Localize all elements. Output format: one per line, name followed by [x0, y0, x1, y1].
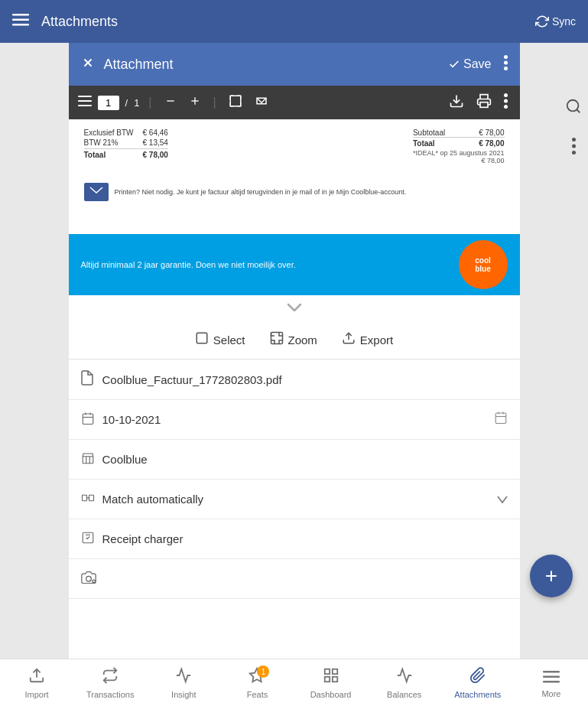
- nav-item-balances[interactable]: Balances: [368, 659, 441, 706]
- hamburger-icon[interactable]: [12, 14, 29, 29]
- page-separator: /: [125, 97, 128, 109]
- file-icon: [81, 370, 102, 389]
- transactions-label: Transactions: [86, 690, 135, 699]
- svg-point-24: [504, 105, 508, 109]
- svg-line-4: [577, 109, 580, 112]
- date-field[interactable]: 10-10-2021: [69, 400, 520, 440]
- top-bar-title: Attachments: [41, 14, 535, 30]
- page-number-input[interactable]: 1: [98, 96, 119, 110]
- pdf-more-button[interactable]: [501, 90, 511, 115]
- more-icon[interactable]: [572, 138, 576, 159]
- svg-rect-15: [78, 105, 92, 106]
- nav-item-feats[interactable]: 1 Feats: [220, 659, 294, 706]
- vendor-value: Coolblue: [102, 453, 508, 466]
- svg-rect-13: [78, 96, 92, 97]
- zoom-out-button[interactable]: [161, 92, 180, 113]
- svg-point-5: [572, 138, 576, 142]
- email-text: Printen? Niet nodig. Je kunt je factuur …: [115, 188, 407, 196]
- attachment-extra-field: [69, 559, 520, 599]
- select-icon: [195, 331, 209, 348]
- save-button[interactable]: Save: [448, 57, 491, 71]
- divider-2: |: [213, 96, 216, 109]
- ideal-line: *IDEAL* op 25 augustus 2021: [413, 149, 505, 157]
- svg-rect-46: [324, 669, 329, 673]
- svg-rect-26: [197, 333, 207, 343]
- coolblue-banner: Altijd minimaal 2 jaar garantie. Doen we…: [69, 234, 520, 295]
- svg-rect-48: [324, 676, 329, 681]
- feats-label: Feats: [247, 690, 268, 699]
- svg-point-11: [504, 60, 508, 64]
- pdf-content: Exclusief BTW € 64,46 BTW 21% € 13,54 To…: [69, 119, 520, 295]
- search-icon[interactable]: [565, 98, 582, 119]
- top-bar-actions: Sync: [535, 15, 576, 28]
- btw-amount: € 13,54: [143, 138, 168, 147]
- close-button[interactable]: [81, 56, 95, 73]
- nav-item-insight[interactable]: Insight: [147, 659, 220, 706]
- save-label: Save: [463, 57, 491, 71]
- svg-rect-19: [230, 96, 241, 106]
- svg-point-6: [572, 145, 576, 148]
- attachment-title: Attachment: [104, 57, 449, 73]
- ideal-amount: € 78,00: [481, 157, 504, 164]
- divider-1: |: [148, 96, 151, 109]
- nav-item-transactions[interactable]: Transactions: [73, 659, 147, 706]
- nav-item-more[interactable]: More: [515, 659, 588, 706]
- fit-page-button[interactable]: [226, 91, 245, 114]
- date-value: 10-10-2021: [102, 413, 494, 426]
- totaal-label: Totaal: [84, 151, 106, 159]
- receipt-field: Receipt charger: [69, 519, 520, 559]
- import-icon: [28, 667, 45, 688]
- top-bar: Attachments Sync: [0, 0, 588, 43]
- nav-item-dashboard[interactable]: Dashboard: [294, 659, 368, 706]
- svg-point-42: [86, 576, 91, 581]
- header-more-button[interactable]: [504, 55, 508, 74]
- match-field[interactable]: Match automatically: [69, 480, 520, 519]
- filename-field: Coolblue_Factuur_1772802803.pdf: [69, 360, 520, 400]
- content-area: Attachment Save: [0, 43, 588, 659]
- excl-btw-label: Exclusief BTW: [84, 129, 134, 137]
- subtotaal-amount: € 78,00: [479, 129, 504, 137]
- print-button[interactable]: [473, 90, 495, 115]
- svg-rect-49: [332, 676, 336, 681]
- nav-item-import[interactable]: Import: [0, 659, 73, 706]
- svg-rect-14: [78, 100, 92, 102]
- svg-rect-38: [89, 495, 93, 501]
- totaal-amount: € 78,00: [143, 151, 168, 159]
- insight-icon: [175, 667, 192, 688]
- download-button[interactable]: [446, 90, 467, 115]
- svg-rect-43: [93, 580, 95, 582]
- svg-rect-1: [12, 19, 29, 21]
- svg-rect-37: [82, 495, 86, 501]
- fab-icon: +: [545, 564, 557, 588]
- select-label: Select: [213, 333, 245, 346]
- svg-rect-47: [332, 669, 336, 673]
- nav-item-attachments[interactable]: Attachments: [441, 659, 515, 706]
- svg-point-7: [572, 151, 576, 155]
- fab-button[interactable]: +: [530, 555, 573, 597]
- select-button[interactable]: Select: [195, 331, 245, 348]
- insight-label: Insight: [171, 690, 196, 699]
- export-button[interactable]: Export: [342, 331, 393, 348]
- svg-point-22: [504, 93, 508, 97]
- svg-point-3: [567, 100, 579, 112]
- sync-label: Sync: [552, 15, 576, 28]
- date-picker-icon[interactable]: [494, 411, 508, 428]
- more-label: More: [541, 689, 560, 698]
- sync-button[interactable]: Sync: [535, 15, 576, 28]
- grand-totaal-label: Totaal: [413, 139, 435, 148]
- shop-icon: [81, 451, 102, 468]
- annotate-button[interactable]: [252, 91, 271, 114]
- match-dropdown-icon[interactable]: [497, 491, 508, 507]
- attachments-icon: [469, 667, 486, 688]
- zoom-in-button[interactable]: [186, 92, 204, 113]
- pdf-preview: Exclusief BTW € 64,46 BTW 21% € 13,54 To…: [69, 119, 520, 295]
- attachments-label: Attachments: [454, 690, 501, 699]
- export-icon: [342, 331, 356, 348]
- svg-rect-2: [12, 24, 29, 26]
- svg-rect-33: [495, 413, 506, 424]
- svg-rect-52: [543, 681, 560, 683]
- svg-point-12: [504, 67, 508, 70]
- zoom-icon: [270, 331, 284, 348]
- zoom-button[interactable]: Zoom: [270, 331, 317, 348]
- pdf-menu-button[interactable]: [78, 96, 92, 109]
